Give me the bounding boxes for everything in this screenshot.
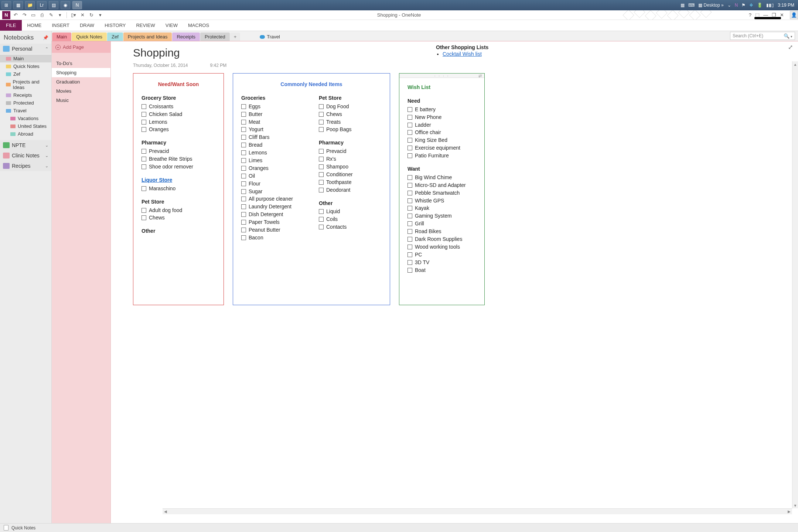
commonly-needed-box[interactable]: Commonly Needed Items GroceriesEggsButte… xyxy=(233,73,390,305)
todo-item[interactable]: Chews xyxy=(319,110,382,118)
ribbon-tab-review[interactable]: REVIEW xyxy=(131,20,160,31)
todo-item[interactable]: Coils xyxy=(319,215,382,223)
checkbox-icon[interactable] xyxy=(319,120,324,125)
qat-delete-icon[interactable]: ✕ xyxy=(79,11,86,19)
todo-item[interactable]: Conditioner xyxy=(319,171,382,178)
section-tab-zef[interactable]: Zef xyxy=(107,33,123,41)
checkbox-icon[interactable] xyxy=(241,181,246,186)
checkbox-icon[interactable] xyxy=(407,268,412,273)
taskbar-app-notepad[interactable]: ▤ xyxy=(49,1,58,9)
notebook-clinic-notes[interactable]: Clinic Notes⌄ xyxy=(0,150,51,161)
page-item-shopping[interactable]: Shopping xyxy=(52,68,110,77)
todo-item[interactable]: Contacts xyxy=(319,223,382,231)
todo-item[interactable]: Bacon xyxy=(241,234,304,242)
tray-battery-icon[interactable]: 🔋 xyxy=(757,3,763,8)
checkbox-icon[interactable] xyxy=(141,120,146,125)
todo-item[interactable]: Prevacid xyxy=(319,147,382,155)
notebook-recipes[interactable]: Recipes⌄ xyxy=(0,161,51,171)
checkbox-icon[interactable] xyxy=(407,214,412,218)
checkbox-icon[interactable] xyxy=(141,215,146,220)
notebook-section-protected[interactable]: Protected xyxy=(0,99,51,107)
tray-onenote-icon[interactable]: N xyxy=(735,3,738,8)
todo-item[interactable]: Eggs xyxy=(241,103,304,110)
checkbox-icon[interactable] xyxy=(141,149,146,154)
checkbox-icon[interactable] xyxy=(407,206,412,211)
checkbox-icon[interactable] xyxy=(241,127,246,132)
checkbox-icon[interactable] xyxy=(241,189,246,194)
todo-item[interactable]: All purpose cleaner xyxy=(241,195,304,203)
qat-redo-icon[interactable]: ↻ xyxy=(88,11,95,19)
link-cocktail-wish-list[interactable]: Cocktail Wish list xyxy=(443,51,482,57)
search-dropdown-icon[interactable]: ▾ xyxy=(791,35,792,38)
ribbon-tab-history[interactable]: HISTORY xyxy=(99,20,131,31)
todo-item[interactable]: Croissants xyxy=(141,103,215,110)
user-avatar[interactable]: 👤 xyxy=(790,11,798,19)
todo-item[interactable]: Chicken Salad xyxy=(141,110,215,118)
todo-item[interactable]: Dish Detergent xyxy=(241,211,304,218)
checkbox-icon[interactable] xyxy=(319,172,324,177)
todo-item[interactable]: Micro-SD and Adapter xyxy=(407,181,476,189)
scroll-left-icon[interactable]: ◀ xyxy=(163,509,168,515)
todo-item[interactable]: Oranges xyxy=(141,126,215,133)
qat-paint-icon[interactable]: ✎ xyxy=(47,11,55,19)
checkbox-icon[interactable] xyxy=(241,212,246,217)
checkbox-icon[interactable] xyxy=(407,107,412,112)
checkbox-icon[interactable] xyxy=(319,127,324,132)
todo-item[interactable]: Peanut Butter xyxy=(241,226,304,234)
qat-dock-icon[interactable]: ▭ xyxy=(30,11,37,19)
todo-item[interactable]: Grill xyxy=(407,220,476,228)
notebook-section-projects-and-ideas[interactable]: Projects and Ideas xyxy=(0,78,51,91)
checkbox-icon[interactable] xyxy=(407,175,412,180)
tray-clock[interactable]: 3:19 PM xyxy=(778,3,794,8)
qat-page-icon[interactable]: ▯▾ xyxy=(70,11,77,19)
section-tab-receipts[interactable]: Receipts xyxy=(172,33,200,41)
checkbox-icon[interactable] xyxy=(407,183,412,188)
section-heading-liquor-store[interactable]: Liquor Store xyxy=(141,177,215,184)
ribbon-file-tab[interactable]: FILE xyxy=(0,20,22,31)
checkbox-icon[interactable] xyxy=(407,260,412,265)
notebook-section-united-states[interactable]: United States xyxy=(0,122,51,130)
todo-item[interactable]: Liquid xyxy=(319,208,382,215)
checkbox-icon[interactable] xyxy=(241,143,246,147)
todo-item[interactable]: Wood working tools xyxy=(407,243,476,251)
section-tab-protected[interactable]: Protected xyxy=(200,33,230,41)
qat-back-button[interactable]: ↶ xyxy=(12,11,19,19)
todo-item[interactable]: Big Wind Chime xyxy=(407,174,476,181)
tray-grid-icon[interactable]: ▦ xyxy=(681,3,685,8)
todo-item[interactable]: Gaming System xyxy=(407,212,476,220)
checkbox-icon[interactable] xyxy=(407,221,412,226)
todo-item[interactable]: Road Bikes xyxy=(407,228,476,235)
todo-item[interactable]: Breathe Rite Strips xyxy=(141,155,215,163)
qat-dropdown[interactable]: ▾ xyxy=(56,11,64,19)
pin-icon[interactable]: 📌 xyxy=(43,35,48,40)
container-drag-handle[interactable]: · · · · xyxy=(399,74,484,78)
checkbox-icon[interactable] xyxy=(241,104,246,109)
ribbon-tab-insert[interactable]: INSERT xyxy=(47,20,74,31)
scroll-up-icon[interactable]: ▲ xyxy=(792,61,798,67)
checkbox-icon[interactable] xyxy=(319,180,324,185)
notebook-section-travel[interactable]: Travel xyxy=(0,107,51,115)
taskbar-app-lightroom[interactable]: Lr xyxy=(37,1,47,9)
checkbox-icon[interactable] xyxy=(407,123,412,127)
checkbox-icon[interactable] xyxy=(141,127,146,132)
todo-item[interactable]: Yogurt xyxy=(241,126,304,133)
ribbon-tab-macros[interactable]: MACROS xyxy=(183,20,214,31)
tray-signal-icon[interactable]: ▮▮▯ xyxy=(766,3,774,8)
checkbox-icon[interactable] xyxy=(319,188,324,192)
todo-item[interactable]: Boat xyxy=(407,266,476,274)
taskbar-app-windows[interactable]: ⊞ xyxy=(1,1,11,9)
todo-item[interactable]: Dark Room Supplies xyxy=(407,235,476,243)
todo-item[interactable]: PC xyxy=(407,251,476,259)
checkbox-icon[interactable] xyxy=(407,153,412,158)
ribbon-tab-view[interactable]: VIEW xyxy=(160,20,183,31)
checkbox-icon[interactable] xyxy=(241,166,246,171)
need-want-soon-box[interactable]: Need/Want Soon Grocery StoreCroissantsCh… xyxy=(133,73,224,305)
checkbox-icon[interactable] xyxy=(319,217,324,222)
ribbon-tab-home[interactable]: HOME xyxy=(22,20,47,31)
section-tab-add[interactable]: + xyxy=(230,33,241,41)
checkbox-icon[interactable] xyxy=(407,146,412,150)
todo-item[interactable]: Pebble Smartwatch xyxy=(407,189,476,197)
todo-item[interactable]: Whistle GPS xyxy=(407,197,476,205)
vertical-scrollbar[interactable]: ▲ ▼ xyxy=(792,61,798,508)
notebook-npte[interactable]: NPTE⌄ xyxy=(0,140,51,150)
